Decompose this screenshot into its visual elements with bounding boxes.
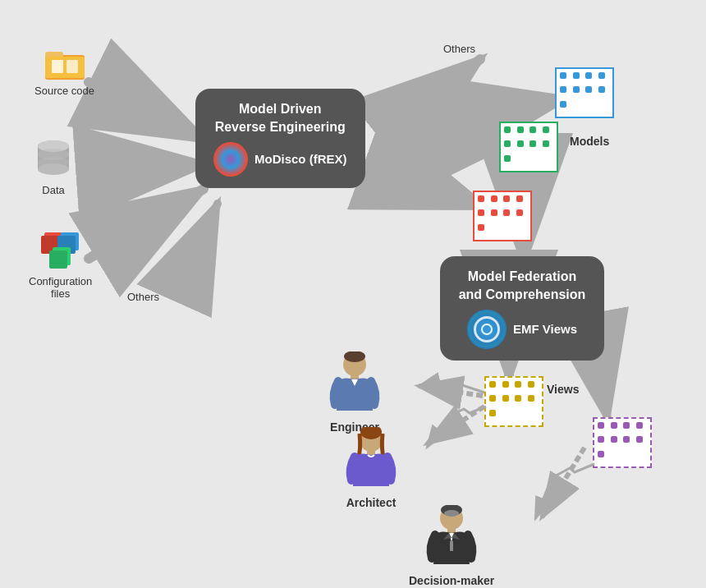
svg-line-15 — [419, 386, 483, 396]
svg-rect-45 — [450, 541, 453, 551]
svg-line-17 — [542, 448, 585, 517]
svg-point-28 — [38, 157, 69, 168]
architect-icon — [343, 427, 399, 493]
purple-diagram-box — [593, 417, 652, 468]
models-label-node: Models — [570, 131, 609, 148]
others-left-label: Others — [127, 291, 159, 303]
decision-maker-icon — [422, 505, 481, 571]
source-code-label: Source code — [34, 85, 94, 97]
red-diagram-box — [473, 191, 532, 241]
database-icon — [34, 138, 72, 181]
decision-maker-label: Decision-maker — [409, 574, 494, 587]
svg-point-43 — [444, 510, 459, 517]
svg-line-16 — [427, 407, 484, 443]
emfviews-dark-box: Model Federationand Comprehension EMF Vi… — [440, 256, 604, 361]
folder-icon — [44, 45, 86, 81]
others-left-node: Others — [127, 287, 159, 303]
blue-diagram-node — [555, 67, 614, 118]
svg-line-11 — [401, 177, 484, 207]
green-diagram-box — [499, 122, 558, 172]
config-node: Configurationfiles — [29, 226, 92, 300]
svg-line-5 — [89, 164, 204, 172]
blue-diagram-box — [555, 67, 614, 118]
emf-logo-icon — [467, 310, 507, 349]
views-diagram-node — [484, 376, 543, 427]
config-label: Configurationfiles — [29, 275, 92, 300]
purple-diagram-node — [593, 417, 652, 468]
others-top-label: Others — [443, 43, 475, 55]
source-code-node: Source code — [34, 45, 94, 97]
views-diagram-box — [484, 376, 543, 427]
modisco-title: Model DrivenReverse Engineering — [215, 100, 346, 137]
svg-line-10 — [401, 144, 507, 156]
engineer-icon — [327, 351, 383, 417]
architect-node: Architect — [343, 427, 399, 509]
architect-label: Architect — [346, 496, 397, 509]
emfviews-subrow: EMF Views — [467, 310, 577, 349]
modisco-box: Model DrivenReverse Engineering MoDisco … — [195, 89, 365, 188]
modisco-logo-icon — [213, 142, 248, 177]
svg-line-4 — [89, 82, 204, 140]
others-top-node: Others — [443, 39, 475, 55]
data-label: Data — [42, 184, 64, 196]
svg-rect-22 — [66, 60, 78, 73]
data-node: Data — [34, 138, 72, 196]
svg-rect-21 — [52, 60, 63, 73]
engineer-node: Engineer — [327, 351, 383, 434]
views-label: Views — [547, 383, 579, 396]
modisco-subtitle: MoDisco (fREX) — [254, 150, 347, 168]
diagram: Source code Data Configurationfiles — [0, 0, 706, 588]
svg-line-6 — [89, 189, 204, 259]
modisco-subrow: MoDisco (fREX) — [213, 142, 347, 177]
models-label: Models — [570, 135, 609, 148]
emfviews-subtitle: EMF Views — [513, 320, 577, 338]
svg-rect-34 — [49, 250, 67, 269]
svg-rect-20 — [45, 57, 85, 78]
svg-line-7 — [176, 204, 218, 296]
emfviews-title: Model Federationand Comprehension — [459, 268, 586, 305]
green-diagram-node — [499, 122, 558, 172]
modisco-dark-box: Model DrivenReverse Engineering MoDisco … — [195, 89, 365, 188]
views-label-node: Views — [547, 379, 579, 396]
svg-line-8 — [401, 59, 480, 123]
decision-maker-node: Decision-maker — [409, 505, 494, 587]
emfviews-box: Model Federationand Comprehension EMF Vi… — [440, 256, 604, 361]
config-icon — [38, 226, 84, 272]
red-diagram-node — [473, 191, 532, 241]
